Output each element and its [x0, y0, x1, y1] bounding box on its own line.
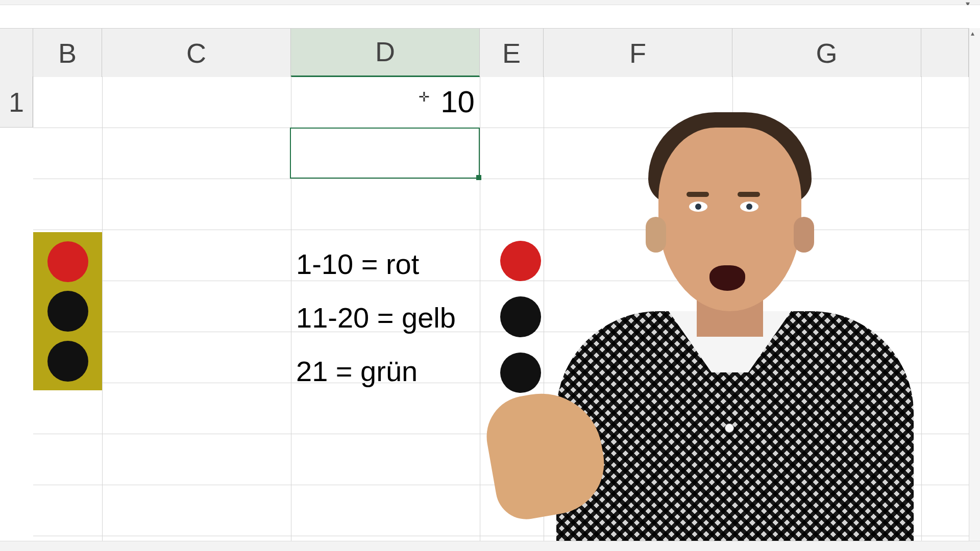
traffic-light-green-bulb [500, 353, 541, 393]
column-header-label: E [502, 37, 521, 69]
column-header-c[interactable]: C [102, 29, 291, 77]
column-header-label: D [375, 36, 395, 67]
traffic-light-red-bulb [47, 241, 88, 282]
traffic-light-yellow-bulb [500, 296, 541, 337]
traffic-light-left [33, 232, 102, 390]
gridline-v [102, 77, 103, 551]
cell-d1[interactable]: 10 [291, 77, 480, 128]
vertical-scrollbar[interactable]: ▴ [969, 28, 980, 541]
row-header-label: 1 [9, 86, 24, 118]
column-header-next[interactable] [921, 29, 969, 77]
column-header-label: C [186, 37, 206, 69]
traffic-light-red-bulb [500, 241, 541, 281]
column-header-f[interactable]: F [544, 29, 732, 77]
column-header-d[interactable]: D [291, 29, 480, 77]
rule-text-2: 11-20 = gelb [296, 301, 456, 334]
column-header-label: B [58, 37, 77, 69]
gridline-v [921, 77, 922, 551]
cell-cursor-icon: ✛ [419, 89, 429, 105]
column-header-g[interactable]: G [732, 29, 921, 77]
status-bar [0, 541, 980, 551]
rule-text-3: 21 = grün [296, 355, 418, 388]
active-cell-d2[interactable] [290, 128, 480, 179]
presenter-webcam-overlay [536, 92, 914, 551]
column-header-label: F [629, 37, 646, 69]
cell-value: 10 [440, 85, 475, 119]
window-chrome-strip: ▾ [0, 0, 980, 5]
column-header-e[interactable]: E [480, 29, 544, 77]
traffic-light-green-bulb [47, 341, 88, 382]
column-header-label: G [816, 37, 837, 69]
column-headers-row: B C D E F G [0, 28, 980, 77]
select-all-corner[interactable] [0, 29, 33, 77]
traffic-light-yellow-bulb [47, 291, 88, 332]
scroll-up-icon[interactable]: ▴ [971, 29, 974, 37]
gridline-v [480, 77, 480, 551]
rule-text-1: 1-10 = rot [296, 247, 419, 281]
row-header-1[interactable]: 1 [0, 77, 33, 128]
column-header-b[interactable]: B [33, 29, 102, 77]
ribbon-gap [0, 5, 980, 28]
